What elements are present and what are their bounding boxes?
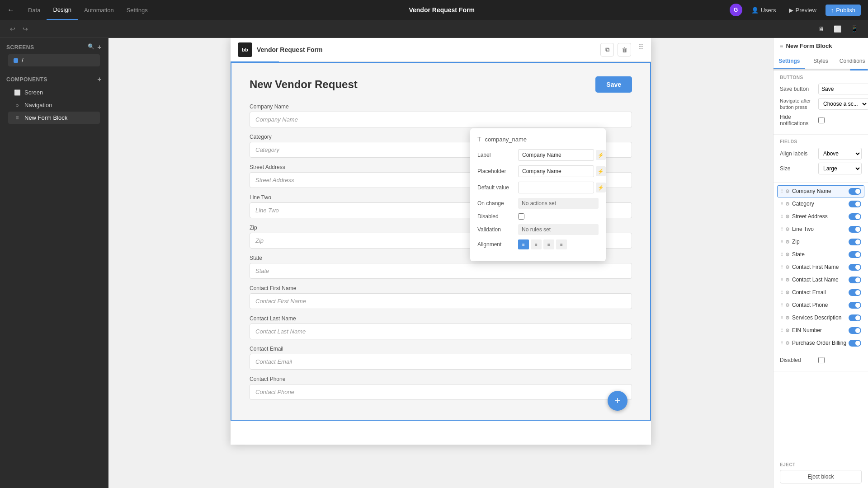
field-list-item-state[interactable]: ⠿ ⚙ State [777,249,864,261]
field-list-item-contact-last-name[interactable]: ⠿ ⚙ Contact Last Name [777,274,864,286]
field-input[interactable]: Contact Email [250,354,632,370]
undo-button[interactable]: ↩ [7,23,18,34]
save-button-input[interactable] [818,84,868,94]
delete-button[interactable]: 🗑 [618,43,631,56]
save-button-label: Save button [780,86,818,92]
field-toggle[interactable] [849,340,861,347]
popup-default-input[interactable] [518,182,594,193]
field-toggle[interactable] [849,239,861,245]
field-list-item-purchase-order-billing[interactable]: ⠿ ⚙ Purchase Order Billing [777,337,864,349]
field-input[interactable]: Contact Last Name [250,324,632,339]
popup-disabled-checkbox[interactable] [518,213,524,220]
popup-disabled-key: Disabled [477,213,518,220]
field-input[interactable]: Contact Phone [250,384,632,400]
nav-automation[interactable]: Automation [78,0,120,20]
users-button[interactable]: 👤 Users [748,5,780,15]
form-field-contact-first-name: Contact First Name Contact First Name [250,285,632,309]
hide-notifications-checkbox[interactable] [818,117,825,123]
tab-styles[interactable]: Styles [805,54,837,69]
app-title: Vendor Request Form [257,46,322,53]
search-icon[interactable]: 🔍 [88,43,95,52]
tab-conditions[interactable]: Conditions [836,54,868,69]
fab-add-button[interactable]: + [608,391,627,411]
add-screen-button[interactable]: + [97,43,102,52]
field-input[interactable]: Contact First Name [250,293,632,309]
back-button[interactable]: ← [7,6,14,14]
hide-notifications-label: Hide notifications [780,114,818,127]
align-labels-select[interactable]: Above [818,148,862,160]
field-toggle[interactable] [849,327,861,334]
field-toggle[interactable] [849,289,861,296]
field-list-item-zip[interactable]: ⠿ ⚙ Zip [777,236,864,248]
form-block-panel-icon: ≡ [780,42,783,49]
field-list-item-line-two[interactable]: ⠿ ⚙ Line Two [777,223,864,235]
field-settings-icon: ⚙ [785,214,790,220]
field-list-item-ein-number[interactable]: ⠿ ⚙ EIN Number [777,324,864,337]
field-list-item-street-address[interactable]: ⠿ ⚙ Street Address [777,211,864,223]
disabled-checkbox[interactable] [818,357,825,363]
eject-block-button[interactable]: Eject block [780,470,862,483]
drag-handle: ⠿ [780,239,783,244]
sidebar-item-navigation[interactable]: ○ Navigation [8,99,100,111]
size-select[interactable]: Large [818,163,862,174]
popup-label-input[interactable] [518,149,594,161]
form-save-button[interactable]: Save [595,76,632,93]
popup-placeholder-input[interactable] [518,165,594,177]
field-settings-icon: ⚙ [785,201,790,207]
popup-alignment-buttons: ≡ ≡ ≡ ≡ [518,239,567,249]
sidebar-item-new-form-block[interactable]: ≡ New Form Block [8,112,100,124]
preview-button[interactable]: ▶ Preview [785,5,820,15]
field-toggle[interactable] [849,188,861,195]
publish-icon: ↑ [831,7,834,14]
mobile-view-button[interactable]: 📱 [848,23,861,34]
align-center-button[interactable]: ≡ [531,239,542,249]
copy-button[interactable]: ⧉ [600,43,614,56]
field-list-name: Category [792,201,849,207]
popup-default-lightning[interactable]: ⚡ [596,183,606,192]
field-toggle[interactable] [849,302,861,309]
navigate-select[interactable]: Choose a sc... [818,98,868,110]
publish-button[interactable]: ↑ Publish [826,5,861,16]
popup-no-actions[interactable]: No actions set [518,198,599,209]
redo-button[interactable]: ↪ [20,23,31,34]
popup-disabled-row: Disabled [477,213,599,220]
fields-section: FIELDS Align labels Above Size Large [774,135,868,183]
field-toggle[interactable] [849,277,861,283]
form-field-company-name: Company Name Company Name [250,103,632,127]
popup-placeholder-lightning[interactable]: ⚡ [596,166,606,176]
field-toggle[interactable] [849,251,861,258]
popup-no-rules[interactable]: No rules set [518,224,599,235]
grid-button[interactable]: ⠿ [638,43,644,56]
align-left-button[interactable]: ≡ [518,239,529,249]
tablet-view-button[interactable]: ⬜ [831,23,844,34]
field-toggle[interactable] [849,201,861,207]
field-list-item-services-description[interactable]: ⠿ ⚙ Services Description [777,312,864,324]
popup-label-lightning[interactable]: ⚡ [596,150,606,160]
field-list-name: Contact Last Name [792,277,849,283]
nav-data[interactable]: Data [22,0,47,20]
popup-default-input-wrap: ⚡ [518,182,606,193]
align-justify-button[interactable]: ≡ [556,239,567,249]
field-input[interactable]: State [250,263,632,279]
desktop-view-button[interactable]: 🖥 [816,23,827,34]
field-toggle[interactable] [849,226,861,233]
field-toggle[interactable] [849,314,861,321]
sidebar-item-screen[interactable]: ⬜ Screen [8,86,100,99]
popup-placeholder-row: Placeholder ⚡ [477,165,599,177]
field-toggle[interactable] [849,213,861,220]
field-input[interactable]: Company Name [250,112,632,127]
field-list-item-contact-phone[interactable]: ⠿ ⚙ Contact Phone [777,299,864,311]
nav-design[interactable]: Design [47,0,77,20]
field-list-item-contact-first-name[interactable]: ⠿ ⚙ Contact First Name [777,261,864,273]
field-list-item-category[interactable]: ⠿ ⚙ Category [777,198,864,210]
align-right-button[interactable]: ≡ [543,239,554,249]
drag-handle: ⠿ [780,189,783,194]
field-list-item-company-name[interactable]: ⠿ ⚙ Company Name [777,185,864,197]
screen-item-root[interactable]: / [8,54,100,66]
nav-settings[interactable]: Settings [120,0,154,20]
add-component-button[interactable]: + [97,75,102,84]
field-toggle[interactable] [849,264,861,271]
navigation-icon: ○ [14,102,21,108]
field-list-item-contact-email[interactable]: ⠿ ⚙ Contact Email [777,286,864,299]
tab-settings[interactable]: Settings [774,54,805,69]
